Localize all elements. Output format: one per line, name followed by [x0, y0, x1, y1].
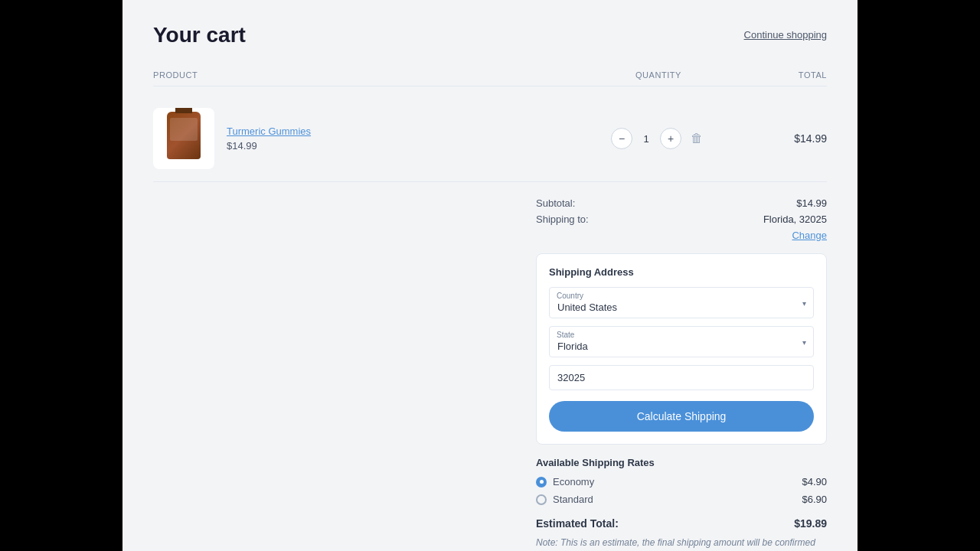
rate-option-standard-left: Standard — [536, 494, 593, 505]
standard-radio[interactable] — [536, 494, 547, 505]
quantity-decrease-button[interactable]: − — [611, 128, 632, 149]
note-italic: This is an estimate, the final shipping … — [536, 537, 815, 551]
shipping-to-row: Shipping to: Florida, 32025 — [536, 214, 827, 225]
shipping-to-value: Florida, 32025 — [763, 214, 827, 225]
quantity-column-header: QUANTITY — [582, 70, 735, 80]
estimated-total-value: $19.89 — [794, 517, 827, 530]
bottle-icon — [167, 112, 201, 159]
state-select[interactable]: Florida — [549, 326, 814, 357]
product-details: Turmeric Gummies $14.99 — [227, 126, 311, 152]
available-rates-title: Available Shipping Rates — [536, 457, 827, 468]
economy-radio[interactable] — [536, 477, 547, 487]
country-select[interactable]: United States — [549, 287, 814, 318]
state-label: State — [557, 331, 574, 339]
delete-item-button[interactable]: 🗑 — [688, 129, 706, 148]
quantity-value: 1 — [639, 133, 654, 145]
country-label: Country — [557, 292, 583, 300]
page-header: Your cart Continue shopping — [153, 23, 827, 47]
economy-price: $4.90 — [802, 476, 827, 487]
product-name[interactable]: Turmeric Gummies — [227, 126, 311, 137]
product-price: $14.99 — [227, 140, 311, 152]
calculate-shipping-button[interactable]: Calculate Shipping — [549, 401, 814, 432]
item-total: $14.99 — [735, 132, 827, 145]
cart-item: Turmeric Gummies $14.99 − 1 + 🗑 $14.99 — [153, 96, 827, 182]
product-info: Turmeric Gummies $14.99 — [153, 108, 582, 169]
main-container: Your cart Continue shopping PRODUCT QUAN… — [122, 0, 858, 551]
product-image-wrapper — [153, 108, 214, 169]
zip-input[interactable] — [549, 365, 814, 390]
state-field: State Florida ▾ — [549, 326, 814, 357]
economy-label: Economy — [553, 476, 594, 487]
rate-option-economy: Economy $4.90 — [536, 476, 827, 487]
product-column-header: PRODUCT — [153, 70, 582, 80]
quantity-increase-button[interactable]: + — [660, 128, 681, 149]
total-column-header: TOTAL — [735, 70, 827, 80]
continue-shopping-link[interactable]: Continue shopping — [744, 29, 827, 41]
estimated-total-row: Estimated Total: $19.89 — [536, 517, 827, 530]
standard-price: $6.90 — [802, 494, 827, 505]
shipping-to-label: Shipping to: — [536, 214, 589, 225]
shipping-address-section: Shipping Address Country United States ▾… — [536, 253, 827, 445]
estimated-total-section: Estimated Total: $19.89 Note: This is an… — [536, 517, 827, 551]
shipping-address-title: Shipping Address — [549, 266, 814, 278]
quantity-controls: − 1 + 🗑 — [582, 128, 735, 149]
rate-option-standard: Standard $6.90 — [536, 494, 827, 505]
subtotal-label: Subtotal: — [536, 197, 575, 209]
table-header: PRODUCT QUANTITY TOTAL — [153, 70, 827, 86]
note-text: Note: — [536, 537, 560, 548]
zip-field — [549, 365, 814, 390]
subtotal-value: $14.99 — [796, 197, 827, 209]
standard-label: Standard — [553, 494, 593, 505]
estimated-total-label: Estimated Total: — [536, 517, 619, 530]
estimate-note: Note: This is an estimate, the final shi… — [536, 536, 827, 551]
cart-summary: Subtotal: $14.99 Shipping to: Florida, 3… — [536, 197, 827, 551]
subtotal-row: Subtotal: $14.99 — [536, 197, 827, 209]
product-image — [161, 112, 207, 165]
country-field: Country United States ▾ — [549, 287, 814, 318]
available-rates-section: Available Shipping Rates Economy $4.90 S… — [536, 457, 827, 505]
rate-option-economy-left: Economy — [536, 476, 594, 487]
page-title: Your cart — [153, 23, 246, 47]
change-shipping-link[interactable]: Change — [536, 230, 827, 241]
